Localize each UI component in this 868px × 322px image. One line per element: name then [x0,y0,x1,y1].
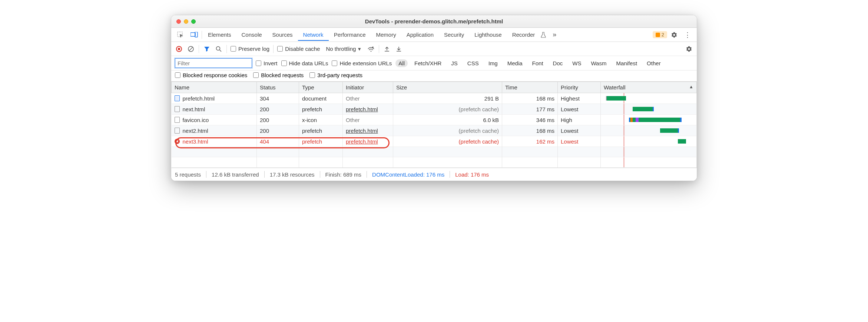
gear-icon[interactable] [668,29,680,40]
filter-icon[interactable] [203,45,211,53]
hide-data-urls-checkbox[interactable]: Hide data URLs [281,60,328,66]
tab-recorder[interactable]: Recorder [507,29,540,41]
network-conditions-icon[interactable] [367,45,375,53]
preserve-log-label: Preserve log [238,46,269,52]
type-filter-wasm[interactable]: Wasm [588,59,609,67]
third-party-checkbox[interactable]: 3rd-party requests [309,72,362,78]
type-filter-font[interactable]: Font [529,59,546,67]
waterfall-bar [633,107,653,111]
col-initiator[interactable]: Initiator [343,82,393,93]
issues-badge[interactable]: 2 [653,31,667,38]
table-row[interactable]: next3.html404prefetchprefetch.html(prefe… [172,136,697,147]
network-toolbar: Preserve log Disable cache No throttling… [171,42,697,56]
blocked-cookies-checkbox[interactable]: Blocked response cookies [175,72,247,78]
col-size[interactable]: Size [393,82,502,93]
col-priority[interactable]: Priority [558,82,601,93]
search-icon[interactable] [215,45,223,53]
divider [226,45,227,53]
type-filter-ws[interactable]: WS [569,59,584,67]
kebab-icon[interactable]: ⋮ [681,31,694,39]
invert-label: Invert [264,60,278,66]
table-row-empty [172,147,697,157]
tab-lighthouse[interactable]: Lighthouse [469,29,507,41]
tab-application[interactable]: Application [401,29,439,41]
table-row[interactable]: next2.html200prefetchprefetch.html(prefe… [172,125,697,136]
type-filter-doc[interactable]: Doc [550,59,566,67]
filter-input[interactable] [175,58,252,68]
status-bar: 5 requests 12.6 kB transferred 17.3 kB r… [171,168,697,181]
cell-priority: Lowest [558,136,601,147]
cell-status: 200 [257,125,299,136]
blocked-requests-checkbox[interactable]: Blocked requests [253,72,304,78]
table-row[interactable]: next.html200prefetchprefetch.html(prefet… [172,104,697,115]
blocked-cookies-label: Blocked response cookies [183,72,247,78]
record-icon[interactable] [175,45,183,53]
tab-sources[interactable]: Sources [267,29,298,41]
type-filter-css[interactable]: CSS [464,59,482,67]
third-party-label: 3rd-party requests [317,72,362,78]
table-row[interactable]: prefetch.html304documentOther291 B168 ms… [172,93,697,104]
network-table: NameStatusTypeInitiatorSizeTimePriorityW… [171,82,697,168]
hide-ext-urls-checkbox[interactable]: Hide extension URLs [332,60,392,66]
throttling-select[interactable]: No throttling ▾ [324,45,363,53]
type-filter-media[interactable]: Media [504,59,526,67]
type-filter-img[interactable]: Img [486,59,501,67]
col-waterfall[interactable]: Waterfall▲ [601,82,697,93]
preserve-log-checkbox[interactable]: Preserve log [231,46,269,52]
cell-initiator[interactable]: prefetch.html [343,104,393,115]
device-toolbar-icon[interactable] [188,30,201,40]
svg-line-6 [220,50,222,52]
col-time[interactable]: Time [502,82,558,93]
status-resources: 17.3 kB resources [270,171,315,178]
waterfall-segment [636,118,639,122]
cell-waterfall [601,104,697,115]
tab-network[interactable]: Network [298,29,329,41]
cell-initiator[interactable]: prefetch.html [343,125,393,136]
type-filter-fetch-xhr[interactable]: Fetch/XHR [411,59,444,67]
tab-memory[interactable]: Memory [371,29,401,41]
svg-rect-1 [191,33,195,36]
type-filter-other[interactable]: Other [644,59,664,67]
cell-initiator: Other [343,115,393,125]
svg-line-4 [189,47,193,51]
cell-time: 346 ms [502,115,558,125]
type-filter-all[interactable]: All [395,59,408,67]
more-tabs-icon[interactable]: » [550,29,559,41]
sort-asc-icon: ▲ [689,84,693,89]
waterfall-segment [653,107,654,111]
throttling-value: No throttling [326,46,356,52]
hide-data-label: Hide data URLs [289,60,328,66]
waterfall-bar [607,96,626,101]
cell-initiator[interactable]: prefetch.html [343,136,393,147]
panel-tabs: ElementsConsoleSourcesNetworkPerformance… [171,28,697,42]
upload-har-icon[interactable] [383,45,391,53]
cell-size: (prefetch cache) [393,136,502,147]
cell-waterfall [601,115,697,125]
cell-time: 177 ms [502,104,558,115]
inspect-icon[interactable] [174,29,187,40]
divider [273,45,274,53]
file-icon [175,128,180,134]
tab-performance[interactable]: Performance [329,29,371,41]
cell-waterfall [601,125,697,136]
tab-elements[interactable]: Elements [203,29,236,41]
col-type[interactable]: Type [299,82,343,93]
tab-console[interactable]: Console [236,29,267,41]
network-settings-icon[interactable] [685,45,693,53]
cell-type: x-icon [299,115,343,125]
col-status[interactable]: Status [257,82,299,93]
tab-security[interactable]: Security [439,29,469,41]
filter-bar: Invert Hide data URLs Hide extension URL… [171,56,697,70]
status-transferred: 12.6 kB transferred [212,171,259,178]
invert-checkbox[interactable]: Invert [256,60,278,66]
cell-priority: Lowest [558,104,601,115]
type-filter-js[interactable]: JS [448,59,461,67]
table-row[interactable]: favicon.ico200x-iconOther6.0 kB346 msHig… [172,115,697,125]
download-har-icon[interactable] [395,45,403,53]
disable-cache-checkbox[interactable]: Disable cache [277,46,320,52]
type-filter-manifest[interactable]: Manifest [613,59,640,67]
waterfall-segment [629,118,630,122]
clear-icon[interactable] [187,45,195,53]
col-name[interactable]: Name [172,82,257,93]
request-name: favicon.ico [183,117,209,123]
